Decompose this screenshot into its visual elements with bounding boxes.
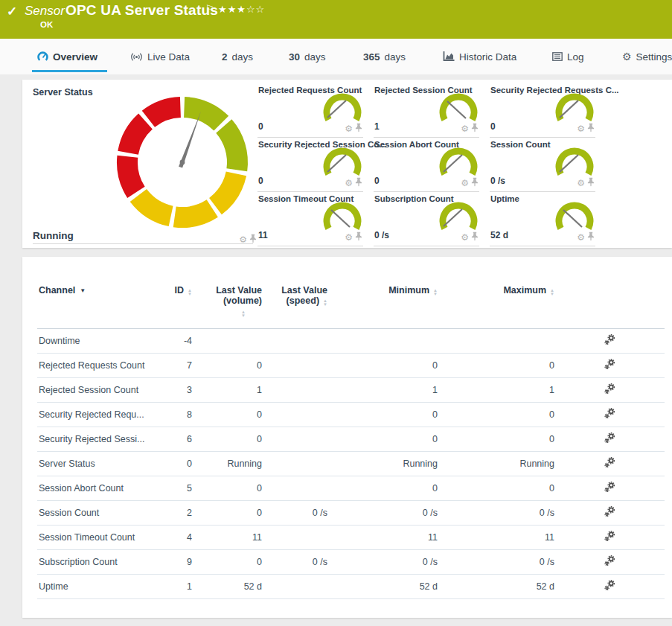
gauge-settings-icon[interactable]: ⚙: [345, 124, 353, 133]
chart-icon: [443, 51, 455, 62]
tab-365-days[interactable]: 365days: [363, 39, 406, 74]
cell-id: 9: [170, 550, 199, 575]
channel-settings-icon[interactable]: [604, 383, 615, 397]
channel-settings-icon[interactable]: [604, 531, 615, 544]
cell-last_volume: 0: [199, 501, 269, 526]
tab-log[interactable]: Log: [552, 39, 584, 74]
gauge-settings-icon[interactable]: ⚙: [577, 233, 585, 242]
flag-icon[interactable]: ⚐: [205, 3, 214, 14]
tab-live-data[interactable]: Live Data: [130, 39, 190, 74]
channel-settings-icon[interactable]: [604, 432, 615, 446]
column-header-maximum[interactable]: Maximum▲▼: [445, 284, 562, 329]
cell-minimum: 1: [335, 378, 445, 403]
gauge-segment-green: [224, 127, 237, 170]
mini-gauge-cell: Subscription Count0 /s⚙: [374, 192, 479, 246]
channel-settings-icon[interactable]: [604, 457, 615, 470]
pin-icon[interactable]: [471, 122, 479, 135]
pin-icon[interactable]: [471, 231, 479, 244]
pin-icon[interactable]: [587, 231, 595, 244]
gauge-settings-icon[interactable]: ⚙: [239, 235, 247, 244]
priority-stars[interactable]: ★★★☆☆: [218, 4, 265, 15]
object-kind-label: Sensor: [25, 4, 65, 19]
mini-gauge-cell: Security Rejected Requests C...0⚙: [490, 83, 595, 138]
cell-maximum: 0: [445, 476, 562, 501]
mini-gauge-title: Uptime: [490, 194, 519, 203]
tab-historic-data[interactable]: Historic Data: [443, 39, 516, 74]
table-row: Security Rejected Requ...8000: [37, 403, 665, 427]
mini-gauge-cell: Session Count0 /s⚙: [490, 138, 595, 192]
table-row: Session Timeout Count4111111: [37, 526, 665, 550]
table-row: Subscription Count900 /s0 /s0 /s: [37, 550, 665, 575]
cell-id: -4: [170, 329, 199, 354]
cell-channel: Session Count: [37, 501, 170, 526]
main-gauge-value: Running: [33, 230, 74, 241]
gauge-settings-icon[interactable]: ⚙: [461, 179, 469, 188]
gauge-segment-red: [127, 156, 136, 192]
table-row: Downtime-4: [37, 329, 665, 354]
gauge-settings-icon[interactable]: ⚙: [577, 124, 585, 133]
channel-settings-icon[interactable]: [604, 580, 615, 593]
cell-last_speed: [269, 403, 335, 427]
tab-30-days[interactable]: 30days: [289, 39, 326, 74]
gauge-settings-icon[interactable]: ⚙: [461, 233, 469, 242]
channel-settings-icon[interactable]: [604, 555, 615, 569]
channel-settings-icon[interactable]: [604, 482, 615, 495]
channel-settings-icon[interactable]: [604, 506, 615, 520]
tab-settings[interactable]: ⚙ Settings: [622, 39, 672, 74]
table-row: Session Count200 /s0 /s0 /s: [37, 501, 665, 526]
gauge-settings-icon[interactable]: ⚙: [577, 179, 585, 188]
mini-gauge-cell: Security Rejected Session Co...0⚙: [257, 138, 363, 192]
tab-overview[interactable]: Overview: [37, 39, 97, 74]
pin-icon[interactable]: [587, 122, 595, 135]
channel-settings-icon[interactable]: [604, 334, 615, 348]
gauge-settings-icon[interactable]: ⚙: [461, 124, 469, 133]
gauge-segment-yellow: [138, 196, 171, 217]
cell-channel: Session Timeout Count: [37, 526, 170, 550]
server-status-gauge: [112, 92, 253, 233]
channel-settings-icon[interactable]: [604, 359, 615, 372]
gauge-segment-red: [128, 121, 145, 153]
tab-2-days[interactable]: 2days: [222, 39, 253, 74]
gauge-segment-yellow: [175, 208, 213, 217]
sort-icon: ▲▼: [188, 289, 192, 296]
gauge-settings-icon[interactable]: ⚙: [345, 179, 353, 188]
cell-channel: Rejected Session Count: [37, 378, 170, 403]
mini-gauge-cell: Session Timeout Count11⚙: [257, 192, 363, 246]
pin-icon[interactable]: [587, 176, 595, 190]
mini-gauge-grid: Rejected Requests Count0⚙Rejected Sessio…: [257, 83, 595, 246]
gauge-icon: [37, 51, 48, 63]
table-row: Rejected Session Count3111: [37, 378, 665, 403]
gauge-settings-icon[interactable]: ⚙: [345, 233, 353, 242]
mini-gauge-value: 11: [258, 230, 268, 240]
cell-last_volume: 0: [199, 550, 269, 575]
cell-maximum: 11: [445, 526, 562, 550]
cell-minimum: 0 /s: [335, 501, 445, 526]
cell-actions: [562, 378, 665, 403]
pin-icon[interactable]: [355, 122, 362, 135]
pin-icon[interactable]: [249, 233, 257, 246]
cell-last_volume: 0: [199, 403, 269, 427]
column-header-id[interactable]: ID▲▼: [170, 284, 199, 329]
cell-last_speed: [269, 427, 335, 452]
column-header-last-value-speed[interactable]: Last Value (speed)▲▼: [269, 284, 335, 329]
ok-check-icon: ✓: [7, 4, 17, 19]
mini-gauge-value: 0: [258, 176, 263, 186]
column-header-minimum[interactable]: Minimum▲▼: [335, 284, 445, 329]
mini-gauge: [554, 93, 595, 126]
cell-last_volume: [199, 329, 269, 354]
cell-actions: [562, 452, 665, 476]
mini-gauge-value: 0: [258, 121, 263, 132]
cell-actions: [562, 575, 665, 599]
pin-icon[interactable]: [355, 231, 362, 244]
mini-gauge-value: 0: [374, 176, 380, 186]
cell-actions: [562, 476, 665, 501]
column-header-last-value-volume[interactable]: Last Value (volume) ▲▼: [199, 284, 269, 329]
mini-gauge: [321, 202, 363, 234]
cell-last_volume: 52 d: [199, 575, 269, 599]
pin-icon[interactable]: [355, 176, 362, 190]
table-row: Session Abort Count5000: [37, 476, 665, 501]
column-header-channel[interactable]: Channel▼: [37, 284, 170, 329]
channel-settings-icon[interactable]: [604, 408, 615, 421]
pin-icon[interactable]: [471, 176, 479, 190]
mini-gauge-value: 1: [374, 121, 380, 132]
